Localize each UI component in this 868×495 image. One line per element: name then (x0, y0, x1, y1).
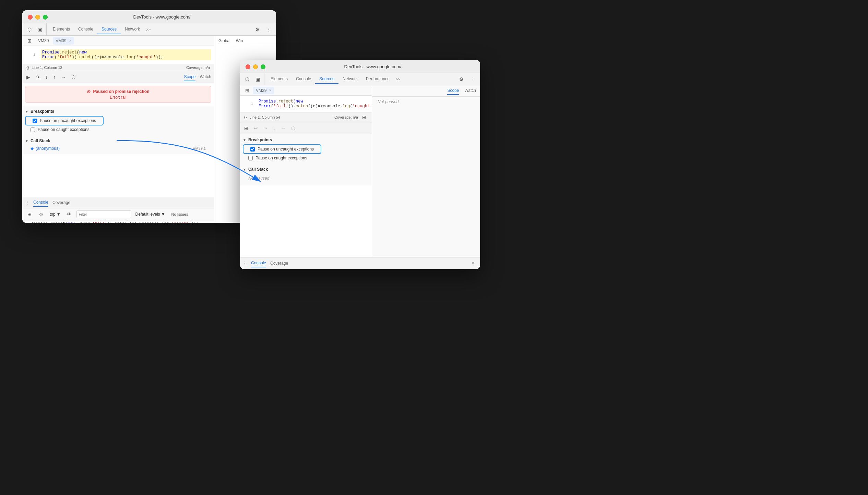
console-tab-coverage-1[interactable]: Coverage (52, 199, 70, 206)
maximize-button-1[interactable] (43, 15, 48, 20)
call-stack-header-1[interactable]: ▼ Call Stack (25, 137, 211, 145)
device-icon-2[interactable]: ▣ (253, 75, 262, 84)
levels-dropdown-1[interactable]: Default levels ▼ (134, 211, 167, 217)
close-button-2[interactable] (246, 64, 250, 69)
breakpoints-section-2: ▼ Breakpoints Pause on uncaught exceptio… (240, 134, 372, 164)
scope-tabs-bar-2: Scope Watch (372, 85, 480, 97)
console-block-btn-1[interactable]: ⊘ (37, 210, 46, 219)
breakpoints-header-1[interactable]: ▼ Breakpoints (25, 108, 211, 115)
step-into-btn-1[interactable]: ↓ (44, 74, 49, 81)
console-close-2[interactable]: × (468, 259, 477, 268)
pause-subtitle-1: Error: fail (110, 95, 127, 100)
filter-input-1[interactable] (76, 210, 131, 218)
devtools-window-2: DevTools - www.google.com/ ⬡ ▣ Elements … (240, 60, 480, 269)
code-content-2: Promise.reject(new Error('fail')).catch(… (259, 99, 380, 109)
console-header-1: ⋮ Console Coverage (22, 197, 214, 208)
code-area-2: 1 Promise.reject(new Error('fail')).catc… (240, 96, 372, 112)
three-dots-icon-2[interactable]: ⋮ (468, 75, 477, 84)
coverage-expand-2[interactable]: ⊞ (361, 114, 368, 121)
devtools-window-1: DevTools - www.google.com/ ⬡ ▣ Elements … (22, 10, 276, 223)
debug-toolbar-2: ⊞ ↩ ↷ ↓ → ⬡ (240, 122, 372, 134)
more-tabs-btn-1[interactable]: >> (144, 27, 153, 32)
subtab-bar-2: ⊞ VM29 × (240, 85, 372, 96)
device-icon[interactable]: ▣ (35, 25, 44, 34)
tab-performance-2[interactable]: Performance (362, 74, 394, 84)
scope-tab-2[interactable]: Scope (447, 87, 459, 95)
tab-sources-1[interactable]: Sources (97, 25, 121, 34)
bracket-icon-2: {} (244, 115, 247, 119)
more-tabs-btn-2[interactable]: >> (394, 76, 402, 82)
minimize-button-2[interactable] (253, 64, 258, 69)
breakpoints-header-2[interactable]: ▼ Breakpoints (243, 136, 369, 144)
code-line-1: 1 Promise.reject(new Error('fail')).catc… (22, 49, 214, 61)
resume-btn-1[interactable]: ▶ (25, 74, 32, 81)
tab-network-1[interactable]: Network (121, 25, 144, 34)
close-button-1[interactable] (28, 15, 33, 20)
breakpoint-uncaught-check-2[interactable] (250, 147, 255, 152)
tab-elements-2[interactable]: Elements (266, 74, 292, 84)
scope-tab-1[interactable]: Scope (184, 73, 195, 81)
deactivate-btn-2: ⬡ (290, 125, 297, 132)
breakpoint-uncaught-check-1[interactable] (33, 119, 37, 123)
scope-win-item: Win (236, 38, 243, 43)
gear-icon-1[interactable]: ⚙ (253, 25, 262, 34)
close-vm29[interactable]: × (269, 88, 271, 92)
scope-global-item: Global (218, 38, 230, 43)
watch-tab-2[interactable]: Watch (464, 87, 476, 95)
subtab-vm29[interactable]: VM29 × (253, 87, 274, 94)
maximize-button-2[interactable] (261, 64, 265, 69)
console-dots-1[interactable]: ⋮ (25, 200, 29, 205)
tab-console-2[interactable]: Console (292, 74, 315, 84)
main-layout-1: ⊞ VM30 VM39 × 1 Promise.reject(new Error… (22, 36, 276, 223)
resume-btn-2[interactable]: ⊞ (243, 125, 250, 132)
right-panel-2: Scope Watch Not paused (372, 85, 480, 257)
tab-console-1[interactable]: Console (74, 25, 97, 34)
deactivate-btn-1[interactable]: ⬡ (70, 74, 77, 81)
console-dots-2[interactable]: ⋮ (243, 261, 247, 266)
three-dots-icon-1[interactable]: ⋮ (264, 25, 273, 34)
step-back-btn-2: ↩ (252, 125, 259, 132)
inspect-icon-2[interactable]: ⬡ (243, 75, 252, 84)
bracket-icon-1: {} (26, 65, 29, 70)
call-stack-header-2[interactable]: ▼ Call Stack (243, 166, 369, 173)
code-content-1: Promise.reject(new Error('fail')).catch(… (41, 49, 211, 60)
breakpoint-caught-check-1[interactable] (31, 128, 35, 132)
step-out-btn-1[interactable]: ↑ (52, 74, 57, 81)
pause-title-1: Paused on promise rejection (93, 89, 149, 94)
tab-elements-1[interactable]: Elements (49, 25, 74, 34)
sidebar-toggle-1[interactable]: ⊞ (25, 36, 34, 45)
subtab-vm30[interactable]: VM30 (35, 37, 51, 45)
step-over-btn-1[interactable]: ↷ (34, 74, 41, 81)
gear-icon-2[interactable]: ⚙ (457, 75, 466, 84)
location-2: Line 1, Column 54 (249, 115, 280, 119)
minimize-button-1[interactable] (35, 15, 40, 20)
console-tab-console-1[interactable]: Console (33, 198, 48, 207)
console-sidebar-btn-1[interactable]: ⊞ (25, 210, 34, 219)
inspect-icon[interactable]: ⬡ (25, 25, 34, 34)
pause-uncaught-wrapper-2: Pause on uncaught exceptions (243, 144, 321, 154)
tab-network-2[interactable]: Network (338, 74, 362, 84)
step-btn-1[interactable]: → (60, 74, 67, 81)
tab-sources-2[interactable]: Sources (315, 74, 338, 84)
coverage-2: Coverage: n/a (334, 115, 358, 119)
left-panel-1: ⊞ VM30 VM39 × 1 Promise.reject(new Error… (22, 36, 214, 223)
dropdown-arrow-1: ▼ (57, 212, 61, 217)
log-text-1: Promise.reject(new Error('fail')).catch(… (31, 221, 199, 223)
main-tab-bar-1: Elements Console Sources Network >> (49, 25, 153, 34)
console-tab-coverage-2[interactable]: Coverage (270, 259, 288, 267)
watch-tab-1[interactable]: Watch (200, 73, 211, 81)
console-tab-console-2[interactable]: Console (251, 259, 266, 267)
traffic-lights-1 (28, 15, 48, 20)
log-arrow-1[interactable]: ▶ (26, 221, 28, 223)
console-bottom-1: ⋮ Console Coverage ⊞ ⊘ top ▼ 👁 Default l… (22, 197, 214, 223)
eye-btn-1[interactable]: 👁 (65, 210, 74, 219)
step-over-btn-2: ↷ (262, 125, 269, 132)
breakpoint-caught-check-2[interactable] (248, 156, 253, 160)
debug-toolbar-1: ▶ ↷ ↓ ↑ → ⬡ Scope Watch (22, 71, 214, 83)
close-vm39[interactable]: × (69, 39, 71, 43)
subtab-vm39[interactable]: VM39 × (53, 37, 74, 45)
sidebar-toggle-2[interactable]: ⊞ (243, 86, 252, 95)
pause-banner-1: ⊗ Paused on promise rejection Error: fai… (25, 86, 211, 103)
status-bar-1: {} Line 1, Column 13 Coverage: n/a (22, 64, 214, 71)
top-dropdown-1[interactable]: top ▼ (48, 211, 62, 217)
